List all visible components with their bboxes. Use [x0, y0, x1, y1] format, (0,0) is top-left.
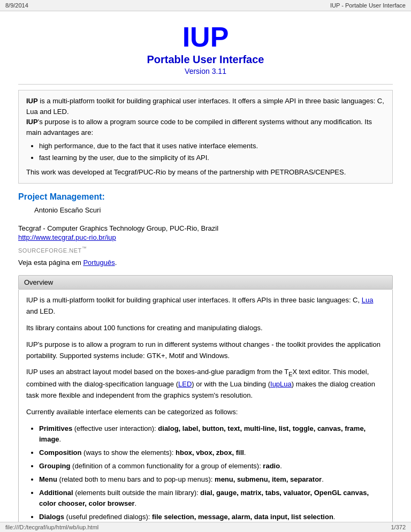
browser-footer: file:///D:/tecgraf/iup/html/wb/iup.html …: [0, 522, 411, 532]
overview-para-1: IUP is a multi-platform toolkit for buil…: [26, 295, 385, 317]
overview-composition: Composition (ways to show the elements):…: [39, 447, 385, 459]
overview-dialogs: Dialogs (useful predefined dialogs): fil…: [39, 512, 385, 523]
portugues-link[interactable]: Português: [83, 259, 115, 267]
iup-bold-2: IUP: [26, 118, 38, 126]
overview-body: IUP is a multi-platform toolkit for buil…: [18, 290, 393, 532]
iup-main-title: IUP: [18, 22, 393, 52]
partnership-text: This work was developed at Tecgraf/PUC-R…: [26, 167, 385, 178]
browser-date: 8/9/2014: [5, 2, 28, 9]
overview-additional: Additional (elements built outside the m…: [39, 488, 385, 510]
header-divider: [18, 84, 393, 85]
iuplua-link[interactable]: IupLua: [270, 380, 292, 388]
sourceforge-badge: SOURCEFORGE.NET™: [18, 246, 393, 254]
footer-url: file:///D:/tecgraf/iup/html/wb/iup.html: [5, 524, 98, 530]
overview-grouping: Grouping (definition of a common functio…: [39, 461, 385, 472]
intro-paragraph-1: IUP is a multi-platform toolkit for buil…: [26, 96, 385, 138]
project-url[interactable]: http://www.tecgraf.puc-rio.br/iup: [18, 233, 116, 241]
sourceforge-sup: ™: [82, 246, 87, 251]
overview-menu: Menu (related both to menu bars and to p…: [39, 474, 385, 485]
portugues-prefix: Veja esta página em: [18, 259, 83, 267]
page-content: IUP Portable User Interface Version 3.11…: [2, 11, 409, 532]
project-org: Tecgraf - Computer Graphics Technology G…: [18, 224, 393, 232]
browser-title: IUP - Portable User Interface: [330, 2, 406, 9]
iup-subtitle: Portable User Interface: [18, 54, 393, 66]
browser-bar: 8/9/2014 IUP - Portable User Interface: [0, 0, 411, 11]
intro-bullets: high performance, due to the fact that i…: [39, 141, 385, 163]
overview-para-2: Its library contains about 100 functions…: [26, 323, 385, 334]
led-link[interactable]: LED: [178, 380, 192, 388]
intro-box: IUP is a multi-platform toolkit for buil…: [18, 90, 393, 184]
portugues-period: .: [115, 259, 117, 267]
overview-element-list: Primitives (effective user interaction):…: [39, 423, 385, 523]
lua-link[interactable]: Lua: [362, 296, 374, 304]
overview-para-4: IUP uses an abstract layout model based …: [26, 367, 385, 401]
iup-bold-1: IUP: [26, 97, 38, 105]
portugues-line: Veja esta página em Português.: [18, 259, 393, 267]
project-person: Antonio Escaño Scuri: [34, 206, 393, 214]
iup-version: Version 3.11: [18, 67, 393, 75]
intro-bullet-2: fast learning by the user, due to the si…: [39, 153, 385, 163]
overview-para-3: IUP's purpose is to allow a program to r…: [26, 339, 385, 362]
sourceforge-text: SOURCEFORGE.NET: [18, 247, 82, 253]
overview-header[interactable]: Overview: [18, 275, 393, 290]
overview-primitives: Primitives (effective user interaction):…: [39, 423, 385, 446]
footer-page: 1/372: [391, 524, 406, 530]
intro-bullet-1: high performance, due to the fact that i…: [39, 141, 385, 151]
project-heading: Project Management:: [18, 192, 393, 202]
overview-para-5: Currently available interface elements c…: [26, 407, 385, 418]
